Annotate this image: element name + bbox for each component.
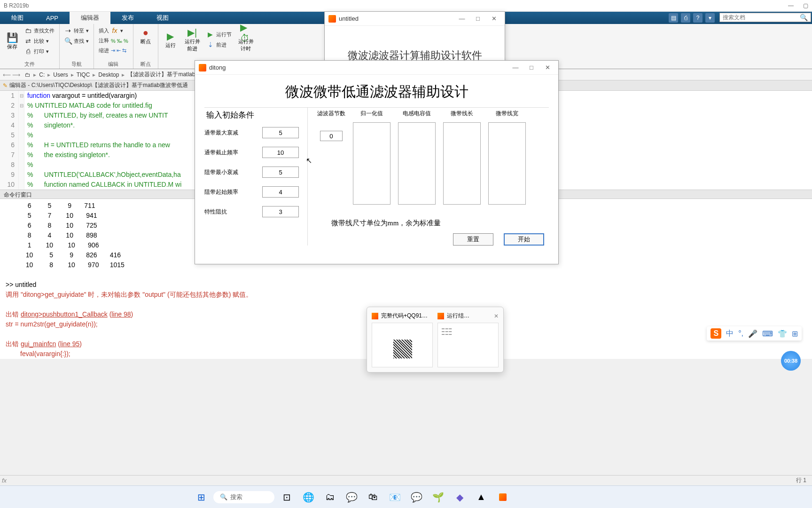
field-input[interactable] (262, 167, 299, 178)
search-icon[interactable]: 🔍 (800, 14, 810, 21)
window-untitled[interactable]: untitled — □ ✕ 微波滤波器计算辅助设计软件 (324, 11, 505, 63)
col-listbox[interactable] (488, 122, 526, 205)
close-icon[interactable]: ✕ (540, 62, 554, 73)
compare-button[interactable]: ⇄比较 ▾ (23, 36, 56, 46)
explorer-icon[interactable]: 🗂 (320, 488, 339, 507)
field-input[interactable] (262, 147, 299, 158)
ime-toolbar[interactable]: S 中 °, 🎤 ⌨ 👕 ⊞ (707, 326, 802, 341)
chat-icon[interactable]: 💬 (342, 488, 361, 507)
store-icon[interactable]: 🛍 (364, 488, 383, 507)
print-button[interactable]: ⎙打印 ▾ (23, 47, 56, 56)
taskbar-preview[interactable]: 完整代码+QQ91… 运行结…✕ ▬ ▬ ▬▬ ▬ ▬▬ ▬ ▬ (367, 307, 504, 373)
ribbon-nav-label: 导航 (62, 61, 91, 68)
code-icon[interactable]: ◆ (450, 488, 469, 507)
shirt-icon[interactable]: 👕 (778, 329, 787, 338)
field-input[interactable] (262, 206, 299, 217)
maximize-icon[interactable]: ▢ (803, 2, 808, 9)
advance-button[interactable]: ⇣前进 (205, 40, 234, 49)
chevron-down-icon: ▾ (46, 48, 49, 55)
start-icon[interactable]: ⊞ (192, 488, 211, 507)
ime-punct-icon[interactable]: °, (738, 329, 743, 338)
search-docs[interactable]: 🔍 (719, 13, 811, 22)
ime-lang-icon[interactable]: 中 (726, 329, 734, 339)
tab-app[interactable]: APP (35, 12, 70, 24)
window-untitled-titlebar[interactable]: untitled — □ ✕ (325, 12, 505, 26)
breakpoints-button[interactable]: ● 断点 (136, 26, 155, 46)
goto-button[interactable]: ⇢转至 ▾ (62, 26, 91, 35)
reset-button[interactable]: 重置 (453, 233, 493, 246)
app-icon[interactable]: ▲ (472, 488, 491, 507)
taskbar-preview-item[interactable]: 运行结…✕ ▬ ▬ ▬▬ ▬ ▬▬ ▬ ▬ (437, 312, 499, 367)
edge-icon[interactable]: 🌐 (299, 488, 318, 507)
browser-icon[interactable]: 🌱 (429, 488, 447, 507)
sogou-logo-icon[interactable]: S (710, 328, 721, 339)
maximize-icon[interactable]: □ (524, 62, 539, 73)
taskview-icon[interactable]: ⊡ (277, 488, 296, 507)
gui-col: 电感电容值 (398, 110, 436, 205)
dropdown-icon[interactable]: ▾ (705, 13, 715, 23)
search-input[interactable] (720, 14, 800, 21)
gui-col: 微带线长 (443, 110, 481, 205)
breadcrumb-seg[interactable]: 【滤波器设计】基于matlab (126, 71, 196, 79)
breadcrumb-seg[interactable]: TIQC (76, 71, 91, 78)
minimize-icon[interactable]: — (788, 2, 794, 9)
matlab-icon[interactable] (493, 488, 512, 507)
preview-thumb[interactable]: ▬ ▬ ▬▬ ▬ ▬▬ ▬ ▬ (437, 323, 499, 367)
field-input[interactable] (262, 186, 299, 198)
run-time-button[interactable]: ▶⏱运行并 计时 (234, 26, 258, 53)
save-button[interactable]: 💾 保存 (3, 31, 22, 51)
layout-icon[interactable]: ▤ (669, 13, 678, 23)
wechat-icon[interactable]: 💬 (407, 488, 426, 507)
run-advance-button[interactable]: ▶|运行并 前进 (181, 26, 204, 53)
find-files-button[interactable]: 🗀查找文件 (23, 26, 56, 35)
back-icon[interactable]: ⟵ ⟶ (3, 71, 24, 78)
run-section-button[interactable]: ▶运行节 (205, 30, 234, 39)
tab-publish[interactable]: 发布 (110, 12, 145, 24)
breadcrumb-seg[interactable]: C: (38, 71, 46, 78)
taskbar-preview-item[interactable]: 完整代码+QQ91… (372, 312, 433, 367)
tab-plot[interactable]: 绘图 (0, 12, 35, 24)
gui-field: 阻带最小衰减 (204, 167, 299, 178)
minimize-icon[interactable]: — (508, 62, 523, 73)
grid-icon[interactable]: ⊞ (792, 329, 798, 338)
gui-left-title: 输入初始条件 (204, 110, 299, 120)
microphone-icon[interactable]: 🎤 (748, 329, 757, 338)
gui-col: 微带线宽 (488, 110, 526, 205)
find-button[interactable]: 🔍查找 ▾ (62, 36, 91, 46)
mail-icon[interactable]: 📧 (385, 488, 404, 507)
col-listbox[interactable] (353, 122, 390, 205)
ribbon-bp-label: 断点 (136, 61, 155, 68)
maximize-icon[interactable]: □ (471, 13, 485, 24)
close-icon[interactable]: ✕ (494, 313, 499, 319)
help-icon[interactable]: ? (693, 13, 703, 23)
field-input[interactable] (262, 127, 299, 138)
tab-editor[interactable]: 编辑器 (70, 12, 110, 24)
section-icon: ▶ (207, 31, 214, 38)
tab-view[interactable]: 视图 (145, 12, 180, 24)
fold-gutter[interactable]: ⊟⊟ (19, 91, 24, 190)
indent-button[interactable]: 缩进 ⇥ ⇤ ⇆ (97, 46, 130, 55)
keyboard-icon[interactable]: ⌨ (762, 329, 773, 338)
col-nodecount-input[interactable] (320, 131, 343, 141)
window-ditong-titlebar[interactable]: ditong — □ ✕ (195, 61, 558, 75)
breadcrumb-seg[interactable]: Users (52, 71, 69, 78)
play-icon: ▶ (165, 31, 176, 42)
print-icon[interactable]: ⎙ (681, 13, 690, 23)
minimize-icon[interactable]: — (455, 13, 469, 24)
start-button[interactable]: 开始 (504, 233, 544, 246)
window-ditong[interactable]: ditong — □ ✕ 微波微带低通滤波器辅助设计 输入初始条件 通带最大衰减… (195, 60, 559, 264)
comment-button[interactable]: 注释 % ‰ % (97, 36, 130, 45)
field-label: 阻带最小衰减 (204, 168, 238, 176)
insert-button[interactable]: 插入 fx ▾ (97, 26, 130, 35)
gui-right-panel: 滤波器节数 归一化值 电感电容值 微带线长 微带线宽 微带线尺寸单位为mm，余为… (308, 107, 549, 246)
run-button[interactable]: ▶运行 (161, 30, 180, 50)
taskbar-search[interactable]: 🔍 搜索 (213, 491, 274, 503)
col-listbox[interactable] (398, 122, 436, 205)
taskbar[interactable]: ⊞ 🔍 搜索 ⊡ 🌐 🗂 💬 🛍 📧 💬 🌱 ◆ ▲ (0, 485, 812, 508)
col-listbox[interactable] (443, 122, 481, 205)
breadcrumb-seg[interactable]: Desktop (97, 71, 120, 78)
window-ditong-title: ditong (209, 64, 226, 71)
recording-timer[interactable]: 00:38 (781, 351, 801, 371)
preview-thumb[interactable] (372, 323, 433, 367)
close-icon[interactable]: ✕ (487, 13, 501, 24)
